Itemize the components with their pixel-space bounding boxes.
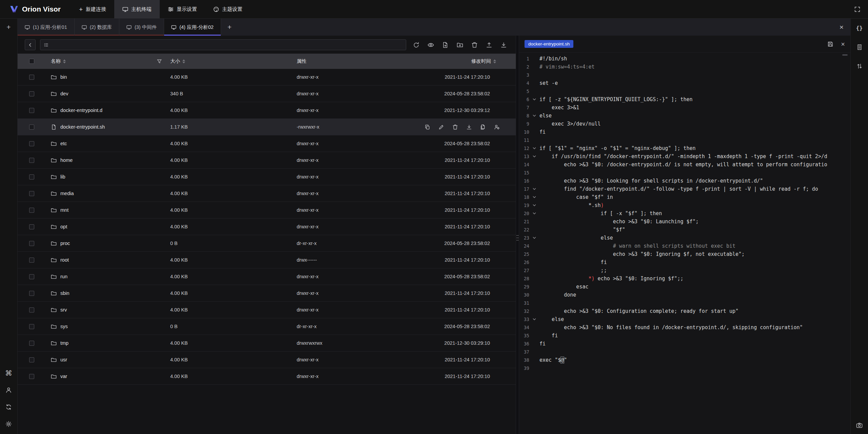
- table-row[interactable]: etc4.00 KBdrwxr-xr-x2024-05-28 23:58:02: [18, 135, 516, 152]
- code-line[interactable]: 32 echo >&3 "$0: Configuration complete;…: [519, 307, 850, 315]
- table-row[interactable]: dev340 Bdrwxr-xr-x2024-05-28 23:58:02: [18, 86, 516, 102]
- row-checkbox[interactable]: [29, 341, 34, 346]
- code-line[interactable]: 4set -e: [519, 79, 850, 87]
- code-line[interactable]: 22 "$f": [519, 226, 850, 234]
- file-name[interactable]: media: [60, 191, 74, 196]
- file-name[interactable]: sys: [60, 324, 68, 329]
- delete-icon[interactable]: [471, 42, 478, 48]
- code-line[interactable]: 36fi: [519, 340, 850, 348]
- edit-icon[interactable]: [438, 124, 444, 130]
- save-icon[interactable]: [827, 41, 833, 47]
- table-row[interactable]: sys0 Bdr-xr-xr-x2024-05-28 23:58:02: [18, 318, 516, 335]
- bookmark-list-icon[interactable]: [44, 42, 49, 48]
- table-row[interactable]: root4.00 KBdrwx------2021-11-24 17:20:10: [18, 252, 516, 268]
- row-checkbox[interactable]: [29, 158, 34, 163]
- fold-chevron-icon[interactable]: [529, 112, 539, 120]
- code-line[interactable]: 12if [ "$1" = "nginx" -o "$1" = "nginx-d…: [519, 144, 850, 152]
- code-line[interactable]: 27 ;;: [519, 266, 850, 275]
- file-name[interactable]: tmp: [60, 340, 68, 346]
- row-checkbox[interactable]: [29, 91, 34, 96]
- row-checkbox[interactable]: [29, 258, 34, 263]
- tab-terminal-2[interactable]: (2) 数据库: [75, 19, 119, 36]
- permission-icon[interactable]: [494, 124, 500, 130]
- row-checkbox[interactable]: [29, 174, 34, 180]
- table-row[interactable]: sbin4.00 KBdrwxr-xr-x2021-11-24 17:20:10: [18, 285, 516, 302]
- upload-icon[interactable]: [486, 42, 492, 48]
- code-line[interactable]: 16 echo >&3 "$0: Looking for shell scrip…: [519, 177, 850, 185]
- code-line[interactable]: 25 echo >&3 "$0: Ignoring $f, not execut…: [519, 250, 850, 258]
- code-line[interactable]: 26 fi: [519, 258, 850, 266]
- code-line[interactable]: 8else: [519, 112, 850, 120]
- menu-host-terminal[interactable]: 主机终端: [114, 0, 160, 18]
- path-input[interactable]: [52, 42, 402, 48]
- file-name[interactable]: dev: [60, 91, 68, 96]
- fold-chevron-icon[interactable]: [529, 315, 539, 323]
- code-line[interactable]: 37: [519, 348, 850, 356]
- code-line[interactable]: 2# vim:sw=4:ts=4:et: [519, 63, 850, 71]
- code-line[interactable]: 13 if /usr/bin/find "/docker-entrypoint.…: [519, 152, 850, 161]
- file-name[interactable]: proc: [60, 241, 70, 246]
- table-row[interactable]: docker-entrypoint.sh1.17 KB-rwxrwxr-x: [18, 119, 516, 135]
- table-row[interactable]: bin4.00 KBdrwxr-xr-x2021-11-24 17:20:10: [18, 69, 516, 86]
- fold-chevron-icon[interactable]: [529, 209, 539, 218]
- row-checkbox[interactable]: [29, 224, 34, 229]
- back-button[interactable]: [25, 39, 36, 50]
- row-checkbox[interactable]: [29, 191, 34, 196]
- download-icon[interactable]: [500, 42, 507, 48]
- tab-terminal-4[interactable]: (4) 应用-分析02: [164, 19, 221, 36]
- table-row[interactable]: run4.00 KBdrwxr-xr-x2024-05-28 23:58:02: [18, 268, 516, 285]
- fold-chevron-icon[interactable]: [529, 234, 539, 242]
- fold-chevron-icon[interactable]: [529, 193, 539, 201]
- new-folder-icon[interactable]: [457, 42, 463, 48]
- filter-icon[interactable]: [157, 59, 162, 64]
- code-line[interactable]: 34 echo >&3 "$0: No files found in /dock…: [519, 323, 850, 332]
- file-name[interactable]: docker-entrypoint.sh: [60, 124, 105, 130]
- row-checkbox[interactable]: [29, 75, 34, 80]
- sync-icon[interactable]: [5, 403, 13, 411]
- code-line[interactable]: 35 fi: [519, 332, 850, 340]
- file-name[interactable]: etc: [60, 141, 67, 146]
- table-row[interactable]: var4.00 KBdrwxr-xr-x2021-11-24 17:20:10: [18, 368, 516, 385]
- code-editor[interactable]: 1#!/bin/sh2# vim:sw=4:ts=4:et34set -e56i…: [519, 53, 850, 434]
- file-name[interactable]: usr: [60, 357, 67, 362]
- code-line[interactable]: 33 else: [519, 315, 850, 323]
- table-row[interactable]: lib4.00 KBdrwxr-xr-x2021-11-24 17:20:10: [18, 169, 516, 185]
- file-name[interactable]: lib: [60, 174, 65, 180]
- table-row[interactable]: opt4.00 KBdrwxr-xr-x2021-11-24 17:20:10: [18, 219, 516, 235]
- menu-new-connection[interactable]: + 新建连接: [71, 0, 114, 18]
- row-checkbox[interactable]: [29, 274, 34, 279]
- code-line[interactable]: 19 *.sh): [519, 201, 850, 209]
- tab-terminal-3[interactable]: (3) 中间件: [119, 19, 164, 36]
- code-line[interactable]: 17 find "/docker-entrypoint.d/" -follow …: [519, 185, 850, 193]
- fold-chevron-icon[interactable]: [529, 95, 539, 103]
- copy-icon[interactable]: [425, 124, 430, 130]
- table-row[interactable]: docker-entrypoint.d4.00 KBdrwxr-xr-x2021…: [18, 102, 516, 119]
- download-icon[interactable]: [466, 124, 472, 130]
- fold-chevron-icon[interactable]: [529, 185, 539, 193]
- file-name[interactable]: docker-entrypoint.d: [60, 108, 102, 113]
- code-line[interactable]: 28 *) echo >&3 "$0: Ignoring $f";;: [519, 275, 850, 283]
- code-line[interactable]: 30 done: [519, 291, 850, 299]
- file-name[interactable]: srv: [60, 307, 67, 313]
- code-line[interactable]: 23 else: [519, 234, 850, 242]
- table-row[interactable]: home4.00 KBdrwxr-xr-x2021-11-24 17:20:10: [18, 152, 516, 169]
- sort-mtime-icon[interactable]: [493, 59, 496, 63]
- close-editor-icon[interactable]: ×: [841, 41, 845, 48]
- code-line[interactable]: 31: [519, 299, 850, 307]
- command-icon[interactable]: ⌘: [5, 369, 13, 377]
- file-name[interactable]: home: [60, 157, 73, 163]
- code-line[interactable]: 18 case "$f" in: [519, 193, 850, 201]
- panel-splitter[interactable]: [516, 36, 519, 434]
- delete-icon[interactable]: [452, 124, 458, 130]
- code-line[interactable]: 9 exec 3>/dev/null: [519, 120, 850, 128]
- table-row[interactable]: proc0 Bdr-xr-xr-x2024-05-28 23:58:02: [18, 235, 516, 252]
- row-checkbox[interactable]: [29, 357, 34, 362]
- code-line[interactable]: 14 echo >&3 "$0: /docker-entrypoint.d/ i…: [519, 161, 850, 169]
- row-checkbox[interactable]: [29, 208, 34, 213]
- fullscreen-icon[interactable]: [854, 6, 861, 13]
- close-panel-icon[interactable]: ×: [840, 23, 844, 31]
- new-tab-icon[interactable]: +: [221, 19, 238, 36]
- row-checkbox[interactable]: [29, 307, 34, 313]
- file-name[interactable]: var: [60, 374, 67, 379]
- file-name[interactable]: root: [60, 257, 69, 263]
